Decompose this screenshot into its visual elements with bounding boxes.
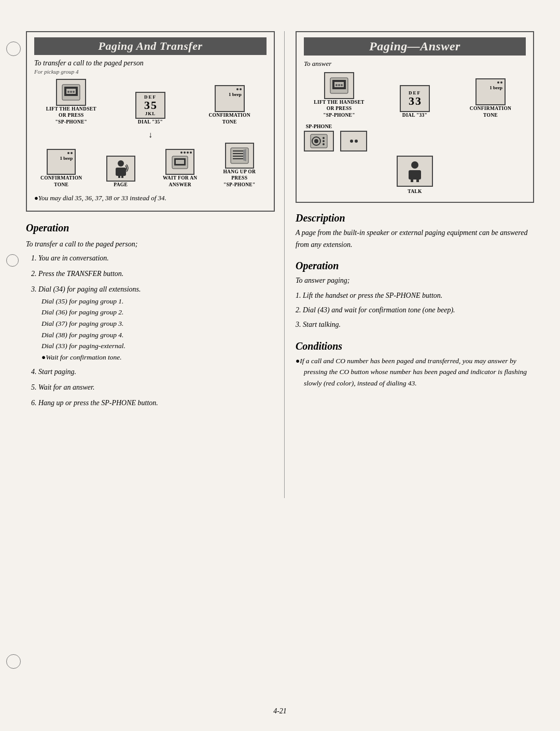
svg-rect-9 — [116, 168, 126, 176]
left-op-step-6: 6. Hang up or press the SP-PHONE button. — [31, 397, 275, 409]
diagram-row-2: 1 beep CONFIRMATION TONE — [34, 143, 267, 188]
digit-3: 3 — [144, 100, 150, 111]
step-hangup: HANG UP OR PRESS "SP-PHONE" — [213, 143, 267, 188]
svg-point-33 — [323, 137, 325, 139]
paging-transfer-title: Paging And Transfer — [34, 37, 267, 55]
digit-5: 5 — [151, 100, 157, 111]
dial-note: ●You may dial 35, 36, 37, 38 or 33 inste… — [34, 193, 267, 203]
sp-phone-svg — [310, 134, 328, 148]
hangup-svg — [230, 147, 249, 164]
deco-circle-1 — [6, 42, 21, 56]
svg-rect-11 — [121, 176, 123, 178]
right-op-step-2: 2. Dial (43) and wait for confirmation t… — [296, 305, 534, 316]
left-op-step-3d: Dial (38) for paging group 4. — [41, 329, 275, 341]
handset-svg — [61, 84, 81, 101]
step-page: PAGE — [94, 156, 148, 188]
left-op-step-3f: ●Wait for confirmation tone. — [41, 352, 275, 363]
svg-point-7 — [73, 91, 75, 93]
conditions-section: Conditions ●If a call and CO number has … — [296, 340, 534, 389]
dial-35-caption: DIAL "35" — [138, 119, 163, 125]
svg-rect-4 — [64, 94, 78, 96]
svg-point-6 — [70, 91, 72, 93]
hangup-caption: HANG UP OR PRESS "SP-PHONE" — [223, 169, 256, 188]
beep-icon-1: 1 beep — [215, 85, 245, 112]
svg-point-28 — [338, 84, 340, 86]
beep-label-1: 1 beep — [229, 92, 242, 97]
talk-caption: TALK — [408, 188, 422, 195]
talk-person-svg — [403, 160, 426, 183]
paging-answer-title: Paging—Answer — [304, 37, 526, 56]
svg-rect-13 — [174, 158, 186, 160]
paging-answer-box: Paging—Answer To answer — [296, 31, 534, 203]
right-beep-label: 1 beep — [489, 85, 502, 90]
sp-phone-item: SP-PHONE — [304, 123, 334, 151]
left-op-step-3c: Dial (37) for paging group 3. — [41, 318, 275, 329]
left-op-step-4: 4. Start paging. — [31, 366, 275, 378]
lift-handset-caption: LIFT THE HANDSET OR PRESS "SP-PHONE" — [46, 106, 96, 125]
svg-rect-37 — [409, 170, 421, 180]
left-operation-intro: To transfer a call to the paged person; — [26, 238, 275, 251]
paging-transfer-box: Paging And Transfer To transfer a call t… — [26, 31, 275, 212]
pickup-label: For pickup group 4 — [34, 68, 267, 75]
diagram-row-1: LIFT THE HANDSET OR PRESS "SP-PHONE" DEF… — [34, 79, 267, 125]
right-step-confirmation: 1 beep CONFIRMATION TONE — [455, 78, 526, 118]
left-operation-section: Operation To transfer a call to the page… — [26, 222, 275, 409]
keypad-35-icon: DEF 3 5 JKL — [135, 92, 165, 119]
transfer-instruction: To transfer a call to the paged person — [34, 59, 267, 67]
speaker-dots-icon — [340, 131, 367, 151]
step-lift-handset: LIFT THE HANDSET OR PRESS "SP-PHONE" — [34, 79, 108, 125]
right-op-step-3: 3. Start talking. — [296, 319, 534, 330]
right-operation-heading: Operation — [296, 260, 534, 272]
step-dial-35: DEF 3 5 JKL DIAL "35" — [114, 92, 188, 125]
right-digit-3a: 3 — [409, 95, 414, 107]
person-speaking-svg — [112, 159, 130, 178]
right-digit-3b: 3 — [415, 95, 421, 107]
left-op-step-3a: Dial (35) for paging group 1. — [41, 296, 275, 307]
page: Paging And Transfer To transfer a call t… — [0, 0, 560, 731]
svg-point-8 — [118, 160, 124, 167]
svg-rect-16 — [174, 164, 186, 165]
left-operation-heading: Operation — [26, 222, 275, 234]
beep-label-2: 1 beep — [60, 156, 73, 161]
wait-caption: WAIT FOR AN ANSWER — [163, 175, 197, 188]
svg-point-36 — [411, 161, 418, 169]
phone-icon — [56, 79, 86, 106]
right-handset-svg — [329, 77, 349, 94]
conditions-bullet: ●If a call and CO number has been paged … — [296, 355, 534, 389]
phone-wait-svg — [172, 156, 188, 169]
keypad-33-icon: DEF 3 3 — [400, 85, 430, 112]
right-operation-intro: To answer paging; — [296, 275, 534, 286]
beep-icon-2: 1 beep — [47, 149, 76, 175]
right-diagram-row-1: LIFT THE HANDSET OR PRESS "SP-PHONE" DEF… — [304, 72, 526, 118]
sp-phone-row: SP-PHONE — [304, 123, 526, 151]
talk-section: TALK — [304, 156, 526, 195]
description-heading: Description — [296, 212, 534, 224]
speaker-indicator — [340, 131, 367, 151]
page-icon — [106, 156, 135, 182]
step-wait: WAIT FOR AN ANSWER — [153, 149, 207, 188]
arrow-between-rows: ↓ — [34, 130, 267, 140]
right-step-dial-33: DEF 3 3 DIAL "33" — [380, 85, 450, 118]
right-lift-caption: LIFT THE HANDSET OR PRESS "SP-PHONE" — [314, 99, 364, 118]
sp-phone-label: SP-PHONE — [306, 123, 332, 129]
right-step-lift: LIFT THE HANDSET OR PRESS "SP-PHONE" — [304, 72, 374, 118]
left-op-step-3: 3. Dial (34) for paging all extensions. — [31, 283, 275, 296]
left-op-step-1: 1. You are in conversation. — [31, 252, 275, 265]
jkl-label: JKL — [145, 111, 156, 116]
svg-point-35 — [323, 143, 325, 145]
hangup-icon — [225, 143, 254, 169]
column-divider — [284, 31, 285, 498]
wait-icon — [165, 149, 194, 175]
svg-rect-30 — [311, 134, 327, 148]
right-phone-icon — [324, 72, 354, 99]
answer-instruction: To answer — [304, 60, 526, 68]
svg-point-34 — [323, 140, 325, 142]
svg-rect-26 — [332, 87, 346, 89]
right-dial-33-caption: DIAL "33" — [402, 112, 427, 118]
right-column: Paging—Answer To answer — [296, 31, 534, 389]
confirmation-tone-caption-1: CONFIRMATION TONE — [208, 112, 250, 125]
left-op-step-5: 5. Wait for an answer. — [31, 381, 275, 394]
svg-point-29 — [341, 84, 343, 86]
svg-point-5 — [67, 91, 69, 93]
deco-circle-2 — [6, 254, 19, 267]
